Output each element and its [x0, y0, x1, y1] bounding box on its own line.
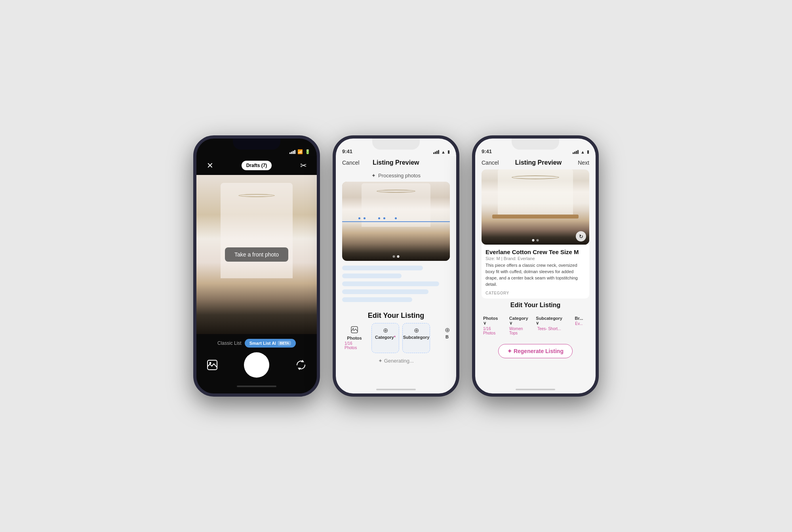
close-icon: ✕ — [207, 161, 213, 170]
result-body: Cancel Listing Preview Next — [475, 156, 596, 393]
category-section-label: CATEGORY — [485, 291, 585, 295]
brand-result-label: Br... — [575, 316, 583, 321]
processing-label: Processing photos — [378, 173, 421, 179]
next-button[interactable]: Next — [578, 160, 589, 166]
carousel-dot-2 — [397, 255, 400, 258]
battery-icon-2: ▮ — [447, 149, 450, 154]
wifi-icon-3: ▲ — [581, 150, 585, 154]
flip-camera-button[interactable] — [295, 359, 307, 371]
home-bar-1 — [237, 386, 276, 387]
edit-tabs-2: Photos 1/16 Photos ⊕ Category* ⊕ Subcate… — [336, 323, 456, 353]
processing-spinner: ✦ — [371, 173, 376, 179]
cancel-button-3[interactable]: Cancel — [482, 160, 499, 166]
photos-result-label: Photos ∨ — [483, 316, 501, 326]
processing-banner: ✦ Processing photos — [336, 169, 456, 182]
home-indicator-3 — [475, 386, 596, 393]
status-icons-2: ▲ ▮ — [433, 149, 450, 154]
subcategory-result-sub: Tees- Short... — [537, 327, 561, 331]
status-time-2: 9:41 — [342, 148, 352, 154]
photos-tab-2[interactable]: Photos 1/16 Photos — [341, 323, 368, 353]
camera-mode-row: Classic List Smart List AI BETA — [217, 339, 296, 348]
scissors-button[interactable]: ✂ — [297, 159, 310, 172]
phone-1: 📶 🔋 ✕ Drafts (7) ✂ — [193, 135, 320, 397]
photos-result-tab[interactable]: Photos ∨ 1/16 Photos — [480, 314, 504, 338]
brand-tab-label: B — [446, 334, 449, 339]
status-time-3: 9:41 — [482, 148, 492, 154]
beta-badge: BETA — [278, 341, 291, 346]
signal-icon-3 — [573, 150, 579, 154]
camera-top-bar: ✕ Drafts (7) ✂ — [196, 156, 317, 175]
category-result-sub: Women Tops — [509, 327, 528, 335]
subcategory-result-tab[interactable]: Subcategory ∨ Tees- Short... — [533, 314, 565, 338]
carousel-dots-2 — [393, 255, 400, 258]
listing-info-card: Everlane Cotton Crew Tee Size M Size: M … — [482, 245, 589, 298]
listing-desc: This piece offers a classic crew neck, o… — [485, 262, 585, 288]
classic-mode-label[interactable]: Classic List — [217, 340, 242, 346]
battery-icon-3: ▮ — [587, 149, 589, 154]
home-bar-2 — [376, 389, 416, 390]
notch-1 — [233, 139, 280, 150]
svg-point-1 — [209, 362, 211, 364]
smart-mode-button[interactable]: Smart List AI BETA — [245, 339, 296, 348]
listing-image-2 — [342, 182, 450, 261]
battery-icon: 🔋 — [305, 149, 310, 154]
photos-tab-sub: 1/16 Photos — [345, 341, 364, 350]
listing-image-card-2 — [342, 182, 450, 261]
notch-3 — [512, 139, 559, 150]
camera-controls — [203, 351, 310, 379]
brand-result-tab[interactable]: Br... Ev... — [567, 314, 591, 338]
listing-title: Everlane Cotton Crew Tee Size M — [485, 249, 585, 255]
brand-result-sub: Ev... — [575, 321, 583, 326]
subcategory-tab-2[interactable]: ⊕ Subcategory — [402, 323, 430, 353]
close-button[interactable]: ✕ — [204, 159, 216, 172]
category-result-label: Category ∨ — [509, 316, 528, 326]
shutter-button[interactable] — [244, 352, 269, 378]
category-tab-2[interactable]: ⊕ Category* — [371, 323, 399, 353]
phones-container: 📶 🔋 ✕ Drafts (7) ✂ — [193, 135, 599, 397]
camera-refresh-icon[interactable]: ↻ — [576, 231, 586, 241]
category-result-tab[interactable]: Category ∨ Women Tops — [506, 314, 531, 338]
skeleton-line-4 — [342, 289, 428, 294]
nav-title-3: Listing Preview — [515, 159, 562, 166]
app-nav-3: Cancel Listing Preview Next — [475, 156, 596, 169]
carousel-dot-1 — [393, 255, 395, 258]
gallery-button[interactable] — [206, 359, 219, 371]
skeleton-line-1 — [342, 266, 423, 270]
scissors-icon: ✂ — [300, 161, 307, 170]
generating-bar: ✦ Generating... — [336, 353, 456, 369]
subcategory-tab-label: Subcategory — [403, 335, 430, 340]
camera-image: Take a front photo — [196, 175, 317, 334]
brand-tab-2[interactable]: ⊕ B — [433, 323, 456, 353]
regenerate-button[interactable]: ✦ Regenerate Listing — [498, 344, 573, 358]
skeleton-line-5 — [342, 297, 412, 302]
edit-section-title-3: Edit Your Listing — [475, 298, 596, 310]
edit-section-title-2: Edit Your Listing — [336, 307, 456, 323]
wifi-icon-2: ▲ — [441, 150, 446, 154]
skeleton-line-2 — [342, 274, 402, 278]
brand-tab-icon: ⊕ — [445, 326, 450, 334]
scan-line — [342, 221, 450, 222]
subcategory-tab-icon: ⊕ — [414, 327, 419, 334]
home-indicator-2 — [336, 386, 456, 393]
result-dot-2 — [537, 239, 539, 241]
wifi-icon: 📶 — [297, 149, 303, 154]
app-nav-2: Cancel Listing Preview — [336, 156, 456, 169]
generating-label: ✦ Generating... — [378, 358, 414, 364]
carousel-dots-3 — [532, 239, 539, 241]
phone-3: 9:41 ▲ ▮ Cancel Listing Preview Next — [472, 135, 599, 397]
result-edit-tabs: Photos ∨ 1/16 Photos Category ∨ Women To… — [475, 310, 596, 341]
result-dot-1 — [532, 239, 535, 241]
skeleton-line-3 — [342, 281, 439, 286]
notch-2 — [372, 139, 420, 150]
camera-prompt-text: Take a front photo — [225, 247, 288, 262]
signal-icon-2 — [433, 150, 439, 154]
skeleton-section — [336, 261, 456, 307]
signal-icon — [289, 150, 295, 154]
camera-bottom-bar: Classic List Smart List AI BETA — [196, 334, 317, 393]
drafts-badge[interactable]: Drafts (7) — [242, 161, 272, 170]
scan-dots — [358, 217, 397, 219]
photos-tab-icon — [351, 326, 358, 335]
category-tab-label: Category* — [375, 335, 396, 340]
cancel-button-2[interactable]: Cancel — [342, 160, 360, 166]
processing-body: Cancel Listing Preview ✦ Processing phot… — [336, 156, 456, 393]
